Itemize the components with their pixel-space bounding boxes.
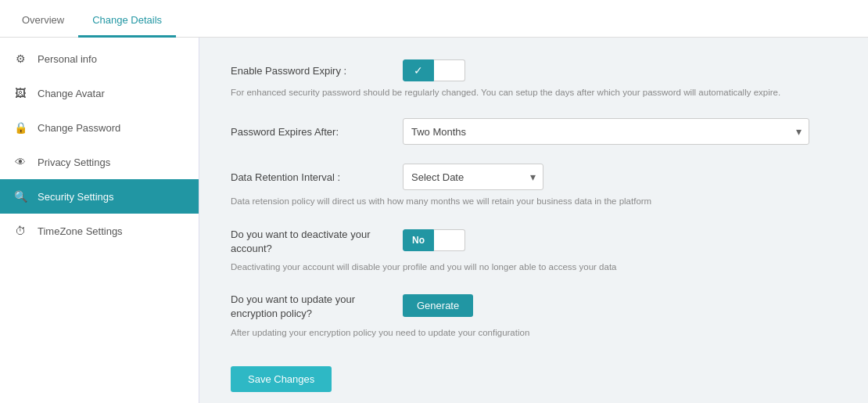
data-retention-interval-label: Data Retention Interval :: [231, 171, 387, 183]
top-tabs: Overview Change Details: [0, 0, 868, 38]
sidebar-item-label: Personal info: [38, 53, 97, 65]
toggle-off-button[interactable]: [434, 59, 465, 81]
enable-password-expiry-description: For enhanced security password should be…: [231, 86, 837, 99]
sidebar-item-label: Change Avatar: [38, 88, 105, 99]
main-content: Enable Password Expiry : ✓ For enhanced …: [199, 38, 868, 403]
image-icon: 🖼: [13, 85, 28, 101]
gear-icon: ⚙: [13, 51, 28, 67]
sidebar-item-label: Security Settings: [38, 191, 114, 203]
sidebar-item-personal-info[interactable]: ⚙ Personal info: [0, 41, 199, 76]
toggle-on-button[interactable]: ✓: [403, 59, 434, 81]
password-expires-after-select-wrapper: One Month Two Months Three Months Six Mo…: [403, 118, 809, 145]
search-icon: 🔍: [13, 189, 28, 204]
layout: ⚙ Personal info 🖼 Change Avatar 🔒 Change…: [0, 38, 868, 403]
data-retention-description: Data retension policy will direct us wit…: [231, 195, 837, 208]
deactivate-yes-button[interactable]: [434, 229, 465, 251]
password-expires-after-row: Password Expires After: One Month Two Mo…: [231, 118, 837, 145]
tab-change-details[interactable]: Change Details: [78, 5, 176, 38]
enable-password-expiry-label: Enable Password Expiry :: [231, 65, 387, 77]
encryption-policy-label: Do you want to update your encryption po…: [231, 293, 387, 321]
deactivate-account-row: Do you want to deactivate your account? …: [231, 228, 837, 275]
eye-icon: 👁: [13, 154, 28, 170]
clock-icon: ⏱: [13, 223, 28, 239]
sidebar-item-label: Privacy Settings: [38, 157, 110, 168]
sidebar-item-security-settings[interactable]: 🔍 Security Settings: [0, 179, 199, 214]
sidebar-item-timezone-settings[interactable]: ⏱ TimeZone Settings: [0, 214, 199, 248]
save-row: Save Changes: [231, 358, 837, 392]
lock-icon: 🔒: [13, 120, 28, 135]
sidebar: ⚙ Personal info 🖼 Change Avatar 🔒 Change…: [0, 38, 199, 403]
enable-password-expiry-row: Enable Password Expiry : ✓ For enhanced …: [231, 59, 837, 99]
sidebar-item-change-avatar[interactable]: 🖼 Change Avatar: [0, 76, 199, 110]
sidebar-item-label: Change Password: [38, 122, 120, 134]
tab-overview[interactable]: Overview: [8, 5, 78, 38]
generate-button[interactable]: Generate: [403, 294, 473, 317]
enable-password-expiry-toggle: ✓: [403, 59, 465, 81]
encryption-policy-row: Do you want to update your encryption po…: [231, 293, 837, 340]
password-expires-after-label: Password Expires After:: [231, 126, 387, 138]
password-expires-after-select[interactable]: One Month Two Months Three Months Six Mo…: [403, 118, 809, 145]
data-retention-interval-row: Data Retention Interval : Select Date 1 …: [231, 164, 837, 208]
sidebar-item-change-password[interactable]: 🔒 Change Password: [0, 110, 199, 145]
data-retention-date-select-wrapper: Select Date 1 Month 3 Months 6 Months 1 …: [403, 164, 543, 190]
encryption-policy-description: After updating your encryption policy yo…: [231, 326, 837, 340]
sidebar-item-privacy-settings[interactable]: 👁 Privacy Settings: [0, 145, 199, 179]
deactivate-account-label: Do you want to deactivate your account?: [231, 228, 387, 256]
sidebar-item-label: TimeZone Settings: [38, 225, 123, 237]
save-changes-button[interactable]: Save Changes: [231, 366, 332, 392]
deactivate-no-button[interactable]: No: [403, 229, 434, 251]
deactivate-account-toggle: No: [403, 229, 465, 251]
data-retention-date-select[interactable]: Select Date 1 Month 3 Months 6 Months 1 …: [403, 164, 543, 190]
deactivate-account-description: Deactivating your account will disable y…: [231, 261, 837, 274]
